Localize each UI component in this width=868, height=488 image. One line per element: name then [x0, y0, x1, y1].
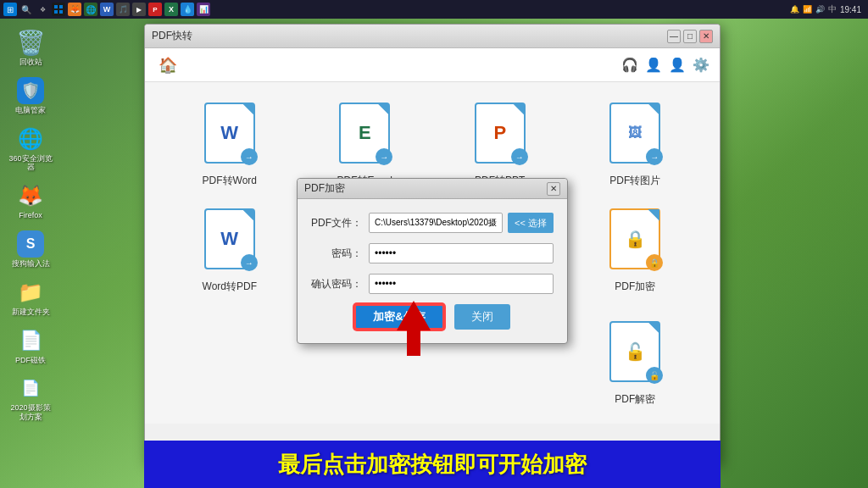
pdf-titlebar: PDF快转 — □ ✕	[145, 25, 720, 48]
desktop-icon-pdf2020[interactable]: 📄 2020摄影策划方案	[7, 371, 54, 425]
feature-pdf-to-excel[interactable]: E → PDF转Excel	[306, 99, 425, 188]
desktop-icon-pdfmagnet[interactable]: 📄 PDF磁铁	[7, 324, 54, 369]
lock-badge-encrypt: 🔒	[646, 254, 663, 271]
taskbar-app-2[interactable]: 🦊	[68, 3, 81, 16]
feature-pdf-to-word[interactable]: W → PDF转Word	[170, 99, 289, 188]
pdf-encrypt-icon-wrap: 🔒 🔒	[605, 205, 665, 273]
maximize-button[interactable]: □	[683, 30, 697, 43]
dialog-title: PDF加密	[304, 181, 547, 196]
pdf-window-title: PDF快转	[152, 29, 665, 43]
dialog-password-input-wrap	[369, 243, 554, 263]
feature-label-decrypt: PDF解密	[615, 392, 655, 407]
word-to-pdf-icon: W →	[200, 205, 259, 273]
taskbar-app-3[interactable]: 🌐	[84, 3, 97, 16]
close-window-button[interactable]: ✕	[699, 30, 713, 43]
dialog-file-row: PDF文件： << 选择	[311, 213, 554, 233]
taskbar-system: 🔔 📶 🔊 中 19:41	[783, 3, 868, 15]
dialog-confirm-input-wrap	[369, 274, 554, 294]
desktop-icon-360[interactable]: 🌐 360安全浏览器	[7, 122, 54, 176]
toolbar-right-icons: 🎧 👤 👤 ⚙️	[621, 57, 709, 73]
task-view-icon[interactable]: ❖	[36, 3, 49, 16]
taskbar-app-6[interactable]: 💧	[181, 3, 194, 16]
image-icon-symbol: 🖼	[628, 125, 642, 141]
word-letter-2: W	[220, 228, 238, 250]
lock-badge-decrypt: 🔓	[646, 367, 663, 384]
feature-pdf-decrypt[interactable]: 🔓 🔓 PDF解密	[576, 318, 695, 407]
pdf-toolbar: 🏠 🎧 👤 👤 ⚙️	[145, 48, 720, 82]
dialog-close-button[interactable]: 关闭	[454, 304, 510, 330]
taskbar-excel[interactable]: X	[164, 3, 178, 16]
dialog-select-button[interactable]: << 选择	[508, 213, 554, 233]
pdf-to-excel-icon: E →	[335, 99, 394, 167]
feature-pdf-to-image[interactable]: 🖼 → PDF转图片	[576, 99, 695, 188]
arrow-badge-word: →	[241, 148, 258, 165]
feature-word-to-pdf[interactable]: W → Word转PDF	[170, 205, 289, 294]
taskbar-app-5[interactable]: ▶	[132, 3, 146, 16]
feature-pdf-to-ppt[interactable]: P → PDF转PPT	[441, 99, 559, 188]
desktop-icon-recycle[interactable]: 🗑️ 回收站	[7, 25, 54, 70]
desktop-icon-guanjia[interactable]: 🛡️ 电脑管家	[7, 74, 54, 119]
svg-rect-0	[54, 5, 58, 8]
pdf-to-ppt-icon: P →	[470, 99, 530, 167]
taskbar-icons: ⊞ 🔍 ❖ 🦊 🌐 W 🎵 ▶ P X 💧 📊	[0, 3, 783, 16]
home-button[interactable]: 🏠	[155, 53, 181, 78]
svg-rect-2	[54, 10, 58, 14]
start-button[interactable]: ⊞	[3, 3, 17, 16]
taskbar-word[interactable]: W	[100, 3, 114, 16]
desktop: ⊞ 🔍 ❖ 🦊 🌐 W 🎵 ▶ P X 💧 📊 🔔 📶 🔊 中 19:41	[0, 0, 868, 488]
bottom-annotation-banner: 最后点击加密按钮即可开始加密	[144, 441, 721, 488]
svg-rect-1	[59, 5, 63, 8]
dialog-confirm-input[interactable]	[369, 274, 554, 294]
svg-rect-3	[59, 10, 63, 14]
dialog-close-icon[interactable]: ✕	[547, 182, 560, 196]
taskbar-app-1[interactable]	[52, 3, 65, 16]
desktop-icon-folder-label: 新建文件夹	[12, 308, 50, 317]
desktop-icon-folder[interactable]: 📁 新建文件夹	[7, 275, 54, 320]
dialog-confirm-label: 确认密码：	[311, 277, 362, 291]
ppt-letter: P	[493, 122, 506, 144]
banner-text: 最后点击加密按钮即可开始加密	[278, 450, 587, 480]
pdf-to-image-icon: 🖼 →	[605, 99, 665, 167]
headset-icon[interactable]: 🎧	[621, 57, 638, 73]
arrow-shaft	[407, 330, 420, 356]
taskbar: ⊞ 🔍 ❖ 🦊 🌐 W 🎵 ▶ P X 💧 📊 🔔 📶 🔊 中 19:41	[0, 0, 868, 19]
encrypt-lock-symbol: 🔒	[625, 229, 646, 249]
arrow-head	[397, 301, 431, 330]
pdf-encrypt-dialog: PDF加密 ✕ PDF文件： << 选择 密码： 确认密码：	[297, 178, 568, 344]
search-icon[interactable]: 🔍	[19, 3, 33, 16]
desktop-icon-firefox-label: Firefox	[19, 211, 42, 220]
feature-pdf-encrypt[interactable]: 🔒 🔒 PDF加密	[576, 205, 695, 294]
feature-empty-1	[170, 318, 289, 407]
desktop-icon-sougou-label: 搜狗输入法	[12, 259, 50, 269]
desktop-icon-pdf2020-label: 2020摄影策划方案	[8, 403, 53, 422]
desktop-icon-recycle-label: 回收站	[19, 58, 42, 67]
taskbar-notification: 🔔	[790, 5, 799, 14]
arrow-badge-excel: →	[376, 148, 392, 165]
dialog-file-input[interactable]	[369, 213, 503, 233]
annotation-arrow	[397, 301, 431, 356]
dialog-file-input-wrap: << 选择	[369, 213, 554, 233]
taskbar-pdf[interactable]: P	[148, 3, 162, 16]
taskbar-wifi: 📶	[803, 5, 812, 14]
dialog-buttons: 加密&保存 关闭	[311, 304, 554, 330]
minimize-button[interactable]: —	[667, 30, 681, 43]
taskbar-app-4[interactable]: 🎵	[116, 3, 130, 16]
arrow-badge-ppt: →	[511, 148, 528, 165]
dialog-confirm-row: 确认密码：	[311, 274, 554, 294]
taskbar-volume: 🔊	[815, 5, 825, 14]
account-icon[interactable]: 👤	[669, 57, 686, 73]
word-letter: W	[220, 122, 238, 144]
taskbar-lang: 中	[828, 3, 837, 15]
feature-label-encrypt: PDF加密	[615, 280, 655, 294]
decrypt-lock-symbol: 🔓	[625, 341, 646, 362]
user-icon[interactable]: 👤	[645, 57, 662, 73]
feature-label-word2pdf: Word转PDF	[203, 280, 257, 294]
desktop-icon-pdfmagnet-label: PDF磁铁	[15, 356, 46, 365]
pdf-decrypt-icon-wrap: 🔓 🔓	[605, 318, 665, 385]
taskbar-app-7[interactable]: 📊	[197, 3, 210, 16]
settings-icon[interactable]: ⚙️	[693, 57, 709, 73]
dialog-file-label: PDF文件：	[311, 216, 362, 230]
dialog-password-input[interactable]	[369, 243, 554, 263]
desktop-icon-firefox[interactable]: 🦊 Firefox	[7, 179, 54, 224]
desktop-icon-sougou[interactable]: S 搜狗输入法	[7, 227, 54, 272]
